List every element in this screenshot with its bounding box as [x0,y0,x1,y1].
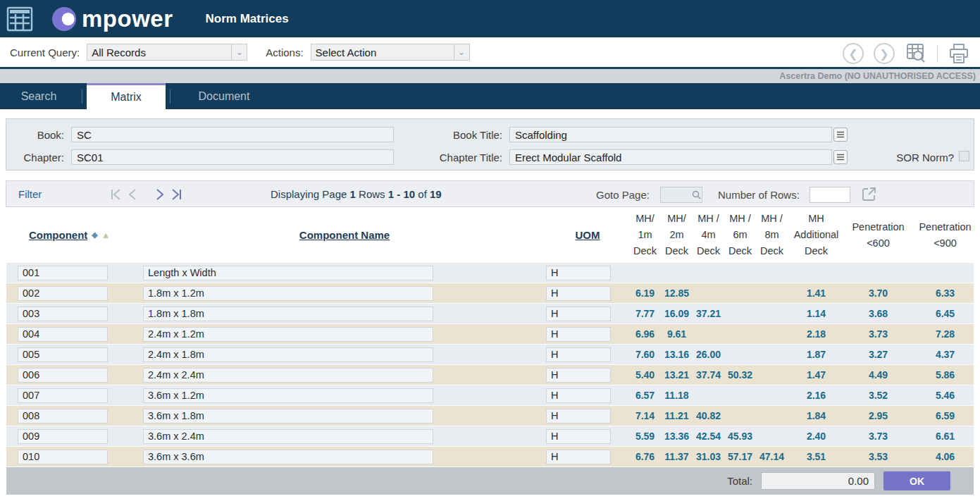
component-name-cell-input[interactable] [143,368,433,383]
app-grid-icon[interactable] [6,6,33,32]
mh-additional-deck-value: 3.51 [788,451,845,462]
component-cell-input[interactable] [18,327,108,342]
total-bar: Total: OK [6,467,974,495]
mh-2m-deck-value: 11.21 [661,410,693,421]
mh-4m-deck-value: 26.00 [693,349,724,360]
mh-additional-deck-value: 2.40 [788,431,845,442]
column-header: MH/2mDeck [661,211,693,259]
uom-cell-input[interactable] [546,388,611,403]
penetration-900-value: 5.46 [912,390,979,401]
book-title-input[interactable] [509,127,832,142]
mh-1m-deck-value: 5.59 [629,431,661,442]
component-name-cell-input[interactable] [143,327,433,342]
column-header-component[interactable]: Component ◆ ▲ [6,229,143,241]
filter-link[interactable]: Filter [18,188,42,200]
component-cell-input[interactable] [18,450,108,464]
component-name-cell-input[interactable] [143,347,433,362]
column-header-line: MH [808,211,824,227]
tab-matrix[interactable]: Matrix [87,83,166,109]
column-header-line: MH / [761,211,783,227]
actions-value: Select Action [311,47,377,58]
column-header: Penetration<600 [845,219,912,252]
component-name-cell-input[interactable] [143,409,433,423]
component-cell-input[interactable] [18,409,108,423]
book-title-notes-icon[interactable] [833,128,848,142]
sort-ascending-icon[interactable]: ▲ [102,231,110,240]
tab-search[interactable]: Search [0,83,77,109]
component-name-cell-input[interactable] [143,286,433,301]
mh-4m-deck-value: 40.82 [693,410,724,421]
chapter-title-label: Chapter Title: [401,151,502,163]
mh-8m-deck-value: 47.14 [756,451,788,462]
chapter-title-notes-icon[interactable] [833,150,848,164]
component-cell-input[interactable] [18,429,108,444]
component-name-cell-input[interactable] [143,388,433,403]
app-name: mpower [82,7,173,30]
row-range: 1 - 10 [388,188,415,200]
actions-select[interactable]: Select Action ⌄ [311,44,470,61]
previous-record-button[interactable]: ❮ [843,43,864,64]
uom-cell-input[interactable] [546,450,611,464]
ok-button[interactable]: OK [883,471,950,490]
print-icon[interactable] [948,42,970,65]
column-header-line: MH/ [635,211,655,227]
penetration-600-value: 3.53 [845,451,912,462]
uom-cell-input[interactable] [546,307,611,321]
table-row: 5.59 13.36 42.54 45.93 2.40 3.73 6.61 [6,426,974,447]
total-input[interactable] [761,472,875,490]
column-header-uom[interactable]: UOM [546,229,629,241]
component-name-cell-input[interactable] [143,450,433,464]
column-header-line: 4m [701,227,715,243]
goto-page-input[interactable] [661,187,691,202]
penetration-900-value: 7.28 [912,328,979,340]
uom-cell-input[interactable] [546,286,611,301]
table-row: 7.60 13.16 26.00 1.87 3.27 4.37 [6,345,974,365]
chapter-title-input[interactable] [509,149,832,165]
search-icon[interactable] [691,190,702,200]
table-row: 6.57 11.18 2.16 3.52 5.46 [6,385,974,406]
current-query-select[interactable]: All Records ⌄ [87,44,247,61]
mpower-logo-icon [51,6,78,32]
uom-cell-input[interactable] [546,409,611,423]
book-input[interactable] [71,127,394,142]
component-cell-input[interactable] [18,307,108,321]
tab-document[interactable]: Document [175,83,273,109]
uom-cell-input[interactable] [546,266,611,280]
number-of-rows-input[interactable] [810,187,850,203]
component-cell-input[interactable] [18,286,108,301]
next-record-button[interactable]: ❯ [874,43,895,64]
table-row: 7.77 16.09 37.21 1.14 3.68 6.45 [6,304,974,324]
component-cell-input[interactable] [18,368,108,383]
penetration-600-value: 2.95 [845,410,912,421]
column-header: Penetration<900 [912,219,979,252]
mh-6m-deck-value: 57.17 [724,451,756,462]
uom-cell-input[interactable] [546,429,611,444]
uom-cell-input[interactable] [546,347,611,362]
component-name-cell-input[interactable] [143,266,433,280]
mh-1m-deck-value: 6.57 [629,390,661,401]
column-header-component-name[interactable]: Component Name [143,229,546,241]
penetration-900-value: 5.86 [912,369,979,381]
component-name-cell-input[interactable] [143,307,433,321]
component-cell-input[interactable] [18,266,108,280]
last-page-icon[interactable] [168,186,185,203]
uom-cell-input[interactable] [546,368,611,383]
previous-page-icon[interactable] [125,186,142,203]
component-cell-input[interactable] [18,347,108,362]
penetration-600-value: 4.49 [845,369,912,381]
component-name-cell-input[interactable] [143,429,433,444]
first-page-icon[interactable] [108,186,125,203]
next-page-icon[interactable] [151,186,168,203]
uom-cell-input[interactable] [546,327,611,342]
sort-diamond-icon[interactable]: ◆ [92,230,97,240]
mh-2m-deck-value: 11.18 [661,390,693,401]
chapter-input[interactable] [71,149,394,165]
mh-2m-deck-value: 13.36 [661,431,693,442]
table-search-icon[interactable] [905,42,927,65]
open-in-window-icon[interactable] [860,185,879,204]
environment-banner: Ascertra Demo (NO UNAUTHORISED ACCESS) [0,69,980,83]
component-cell-input[interactable] [18,388,108,403]
book-title-label: Book Title: [401,129,502,141]
sor-norm-checkbox[interactable] [959,151,969,161]
penetration-900-value: 4.06 [912,451,979,462]
